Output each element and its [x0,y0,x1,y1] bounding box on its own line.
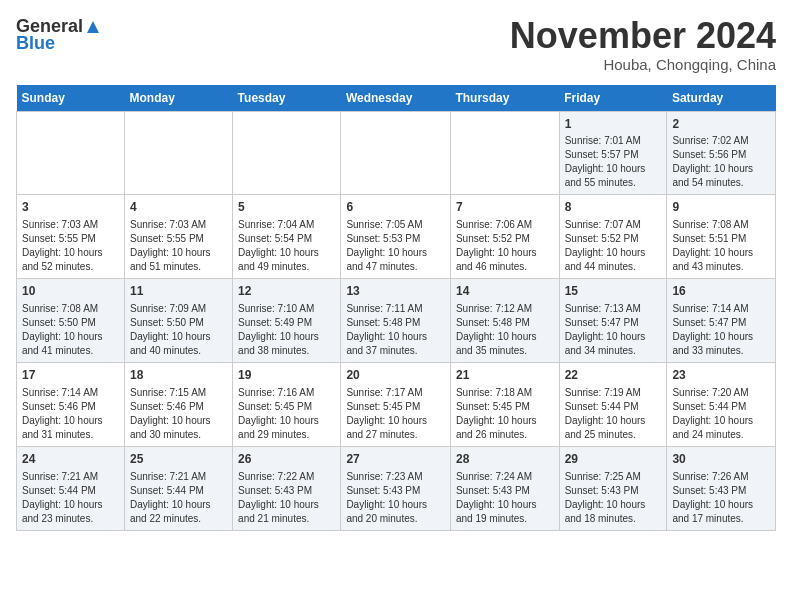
day-info: Sunrise: 7:16 AMSunset: 5:45 PMDaylight:… [238,386,335,442]
logo-blue: Blue [16,33,55,54]
calendar-day-cell: 23Sunrise: 7:20 AMSunset: 5:44 PMDayligh… [667,362,776,446]
day-number: 12 [238,283,335,300]
calendar-day-cell: 5Sunrise: 7:04 AMSunset: 5:54 PMDaylight… [233,195,341,279]
calendar-day-cell [233,111,341,195]
day-info: Sunrise: 7:04 AMSunset: 5:54 PMDaylight:… [238,218,335,274]
day-number: 13 [346,283,445,300]
day-info: Sunrise: 7:08 AMSunset: 5:51 PMDaylight:… [672,218,770,274]
weekday-header-tuesday: Tuesday [233,85,341,112]
calendar-day-cell: 12Sunrise: 7:10 AMSunset: 5:49 PMDayligh… [233,279,341,363]
weekday-header-row: SundayMondayTuesdayWednesdayThursdayFrid… [17,85,776,112]
day-info: Sunrise: 7:15 AMSunset: 5:46 PMDaylight:… [130,386,227,442]
day-info: Sunrise: 7:25 AMSunset: 5:43 PMDaylight:… [565,470,662,526]
day-number: 7 [456,199,554,216]
calendar-table: SundayMondayTuesdayWednesdayThursdayFrid… [16,85,776,531]
day-number: 21 [456,367,554,384]
calendar-day-cell: 25Sunrise: 7:21 AMSunset: 5:44 PMDayligh… [124,446,232,530]
day-number: 8 [565,199,662,216]
day-number: 15 [565,283,662,300]
calendar-day-cell: 20Sunrise: 7:17 AMSunset: 5:45 PMDayligh… [341,362,451,446]
calendar-day-cell: 30Sunrise: 7:26 AMSunset: 5:43 PMDayligh… [667,446,776,530]
calendar-day-cell [450,111,559,195]
day-number: 27 [346,451,445,468]
day-number: 19 [238,367,335,384]
calendar-day-cell: 10Sunrise: 7:08 AMSunset: 5:50 PMDayligh… [17,279,125,363]
day-info: Sunrise: 7:22 AMSunset: 5:43 PMDaylight:… [238,470,335,526]
day-info: Sunrise: 7:14 AMSunset: 5:47 PMDaylight:… [672,302,770,358]
day-number: 10 [22,283,119,300]
day-number: 6 [346,199,445,216]
day-number: 29 [565,451,662,468]
day-info: Sunrise: 7:08 AMSunset: 5:50 PMDaylight:… [22,302,119,358]
calendar-day-cell: 29Sunrise: 7:25 AMSunset: 5:43 PMDayligh… [559,446,667,530]
month-title: November 2024 [510,16,776,56]
day-info: Sunrise: 7:02 AMSunset: 5:56 PMDaylight:… [672,134,770,190]
day-number: 20 [346,367,445,384]
day-info: Sunrise: 7:21 AMSunset: 5:44 PMDaylight:… [130,470,227,526]
calendar-day-cell [341,111,451,195]
day-info: Sunrise: 7:26 AMSunset: 5:43 PMDaylight:… [672,470,770,526]
calendar-day-cell: 27Sunrise: 7:23 AMSunset: 5:43 PMDayligh… [341,446,451,530]
logo: General Blue [16,16,101,54]
calendar-day-cell: 15Sunrise: 7:13 AMSunset: 5:47 PMDayligh… [559,279,667,363]
calendar-day-cell: 2Sunrise: 7:02 AMSunset: 5:56 PMDaylight… [667,111,776,195]
day-number: 18 [130,367,227,384]
day-info: Sunrise: 7:03 AMSunset: 5:55 PMDaylight:… [22,218,119,274]
page-header: General Blue November 2024 Houba, Chongq… [16,16,776,73]
day-number: 1 [565,116,662,133]
day-number: 16 [672,283,770,300]
calendar-day-cell: 17Sunrise: 7:14 AMSunset: 5:46 PMDayligh… [17,362,125,446]
day-number: 24 [22,451,119,468]
day-info: Sunrise: 7:09 AMSunset: 5:50 PMDaylight:… [130,302,227,358]
day-info: Sunrise: 7:23 AMSunset: 5:43 PMDaylight:… [346,470,445,526]
day-info: Sunrise: 7:19 AMSunset: 5:44 PMDaylight:… [565,386,662,442]
svg-marker-0 [87,21,99,33]
day-number: 25 [130,451,227,468]
calendar-day-cell: 3Sunrise: 7:03 AMSunset: 5:55 PMDaylight… [17,195,125,279]
day-number: 28 [456,451,554,468]
calendar-day-cell: 28Sunrise: 7:24 AMSunset: 5:43 PMDayligh… [450,446,559,530]
day-info: Sunrise: 7:12 AMSunset: 5:48 PMDaylight:… [456,302,554,358]
day-number: 26 [238,451,335,468]
day-info: Sunrise: 7:07 AMSunset: 5:52 PMDaylight:… [565,218,662,274]
day-info: Sunrise: 7:11 AMSunset: 5:48 PMDaylight:… [346,302,445,358]
day-info: Sunrise: 7:10 AMSunset: 5:49 PMDaylight:… [238,302,335,358]
calendar-day-cell: 9Sunrise: 7:08 AMSunset: 5:51 PMDaylight… [667,195,776,279]
calendar-day-cell: 14Sunrise: 7:12 AMSunset: 5:48 PMDayligh… [450,279,559,363]
weekday-header-monday: Monday [124,85,232,112]
calendar-day-cell: 24Sunrise: 7:21 AMSunset: 5:44 PMDayligh… [17,446,125,530]
calendar-day-cell: 11Sunrise: 7:09 AMSunset: 5:50 PMDayligh… [124,279,232,363]
day-info: Sunrise: 7:01 AMSunset: 5:57 PMDaylight:… [565,134,662,190]
day-info: Sunrise: 7:24 AMSunset: 5:43 PMDaylight:… [456,470,554,526]
calendar-day-cell: 19Sunrise: 7:16 AMSunset: 5:45 PMDayligh… [233,362,341,446]
calendar-day-cell: 7Sunrise: 7:06 AMSunset: 5:52 PMDaylight… [450,195,559,279]
calendar-week-4: 17Sunrise: 7:14 AMSunset: 5:46 PMDayligh… [17,362,776,446]
calendar-day-cell [124,111,232,195]
day-number: 22 [565,367,662,384]
day-number: 3 [22,199,119,216]
day-info: Sunrise: 7:14 AMSunset: 5:46 PMDaylight:… [22,386,119,442]
day-info: Sunrise: 7:21 AMSunset: 5:44 PMDaylight:… [22,470,119,526]
weekday-header-thursday: Thursday [450,85,559,112]
weekday-header-sunday: Sunday [17,85,125,112]
calendar-week-3: 10Sunrise: 7:08 AMSunset: 5:50 PMDayligh… [17,279,776,363]
title-area: November 2024 Houba, Chongqing, China [510,16,776,73]
day-info: Sunrise: 7:06 AMSunset: 5:52 PMDaylight:… [456,218,554,274]
calendar-day-cell: 22Sunrise: 7:19 AMSunset: 5:44 PMDayligh… [559,362,667,446]
day-number: 5 [238,199,335,216]
calendar-day-cell: 16Sunrise: 7:14 AMSunset: 5:47 PMDayligh… [667,279,776,363]
calendar-day-cell [17,111,125,195]
calendar-day-cell: 26Sunrise: 7:22 AMSunset: 5:43 PMDayligh… [233,446,341,530]
logo-icon [85,19,101,35]
day-number: 4 [130,199,227,216]
day-info: Sunrise: 7:20 AMSunset: 5:44 PMDaylight:… [672,386,770,442]
day-info: Sunrise: 7:05 AMSunset: 5:53 PMDaylight:… [346,218,445,274]
day-number: 2 [672,116,770,133]
day-number: 11 [130,283,227,300]
calendar-day-cell: 4Sunrise: 7:03 AMSunset: 5:55 PMDaylight… [124,195,232,279]
weekday-header-saturday: Saturday [667,85,776,112]
weekday-header-friday: Friday [559,85,667,112]
calendar-day-cell: 18Sunrise: 7:15 AMSunset: 5:46 PMDayligh… [124,362,232,446]
day-info: Sunrise: 7:17 AMSunset: 5:45 PMDaylight:… [346,386,445,442]
day-number: 17 [22,367,119,384]
